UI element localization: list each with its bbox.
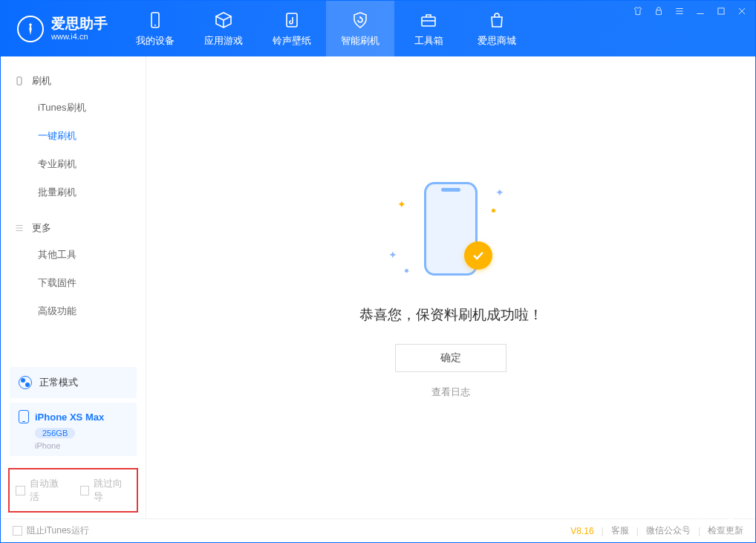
device-phone-icon [19,410,29,423]
sparkle-dot-icon [405,269,408,273]
toolbox-icon [419,10,438,30]
mode-label: 正常模式 [39,376,78,389]
nav-label: 工具箱 [414,34,443,48]
checkbox-block-itunes[interactable] [13,526,22,536]
checkmark-badge-icon [464,241,492,270]
mode-icon [19,376,32,389]
nav-tab-store[interactable]: 爱思商城 [463,1,531,56]
device-card[interactable]: iPhone XS Max 256GB iPhone [10,403,137,456]
app-subtitle: www.i4.cn [51,32,108,41]
confirm-button[interactable]: 确定 [395,344,506,372]
section-label: 更多 [32,221,51,235]
logo-icon [17,16,44,42]
device-name: iPhone XS Max [35,412,104,423]
list-icon [14,223,25,233]
sparkle-icon: ✦ [495,186,504,198]
app-name: 爱思助手 [51,16,108,32]
device-type: iPhone [35,441,128,450]
nav-tab-flash[interactable]: 智能刷机 [326,1,394,56]
checkbox-skip-guide[interactable] [80,486,90,495]
bag-icon [487,10,506,30]
sidebar-section-flash: 刷机 [1,68,146,94]
success-message: 恭喜您，保资料刷机成功啦！ [359,305,543,325]
window-controls [632,5,748,17]
sidebar-item-advanced[interactable]: 高级功能 [1,297,146,325]
music-icon [282,10,302,30]
nav-label: 爱思商城 [478,34,516,48]
wechat-link[interactable]: 微信公众号 [646,524,691,537]
svg-rect-5 [656,10,662,15]
svg-rect-3 [287,13,297,27]
sparkle-icon: ✦ [388,249,397,261]
sidebar-item-download-firmware[interactable]: 下载固件 [1,269,146,297]
cube-icon [214,10,233,30]
label-auto-activate: 自动激活 [30,477,67,504]
support-link[interactable]: 客服 [611,524,629,537]
sidebar-section-more: 更多 [1,215,146,241]
nav-label: 智能刷机 [341,34,379,48]
view-log-link[interactable]: 查看日志 [431,386,470,399]
app-logo: 爱思助手 www.i4.cn [1,1,121,56]
tshirt-icon[interactable] [632,5,644,17]
section-label: 刷机 [32,74,51,88]
maximize-button[interactable] [715,5,727,17]
sidebar-item-oneclick-flash[interactable]: 一键刷机 [1,122,146,150]
svg-point-2 [154,25,156,26]
sidebar-item-batch-flash[interactable]: 批量刷机 [1,178,146,207]
svg-point-7 [729,518,732,522]
close-button[interactable] [736,5,748,17]
label-block-itunes: 阻止iTunes运行 [27,524,89,537]
checkbox-auto-activate[interactable] [16,486,25,495]
nav-tab-ringtones[interactable]: 铃声壁纸 [258,1,326,56]
main-content: ✦ ✦ ✦ 恭喜您，保资料刷机成功啦！ 确定 查看日志 [146,56,755,518]
label-skip-guide: 跳过向导 [94,477,131,504]
version-label: V8.16 [570,526,593,536]
nav-label: 应用游戏 [204,34,243,48]
svg-rect-4 [422,17,435,26]
nav-tab-toolbox[interactable]: 工具箱 [394,1,463,56]
topbar: 爱思助手 www.i4.cn 我的设备 应用游戏 铃声壁纸 智能刷机 [1,1,755,56]
shield-refresh-icon [351,10,370,30]
nav-label: 铃声壁纸 [273,34,311,48]
sparkle-icon: ✦ [397,198,406,210]
menu-icon[interactable] [674,5,685,17]
phone-icon [146,10,165,30]
lock-icon[interactable] [653,5,665,17]
app-window: 爱思助手 www.i4.cn 我的设备 应用游戏 铃声壁纸 智能刷机 [0,0,756,543]
sidebar-item-itunes-flash[interactable]: iTunes刷机 [1,94,146,122]
svg-rect-6 [718,8,724,14]
svg-rect-8 [17,77,22,85]
nav-tab-apps[interactable]: 应用游戏 [189,1,258,56]
svg-point-0 [29,23,31,25]
nav-label: 我的设备 [136,34,175,48]
nav-tab-my-device[interactable]: 我的设备 [121,1,189,56]
sidebar-item-pro-flash[interactable]: 专业刷机 [1,150,146,178]
phone-outline-icon [14,76,25,86]
mode-card[interactable]: 正常模式 [10,367,137,398]
statusbar: 阻止iTunes运行 V8.16 | 客服 | 微信公众号 | 检查更新 [1,518,755,542]
sidebar: 刷机 iTunes刷机 一键刷机 专业刷机 批量刷机 更多 其他工具 下载固件 … [1,56,146,518]
sparkle-dot-icon [492,209,495,212]
minimize-button[interactable] [694,5,706,17]
body: 刷机 iTunes刷机 一键刷机 专业刷机 批量刷机 更多 其他工具 下载固件 … [1,56,755,518]
sidebar-item-other-tools[interactable]: 其他工具 [1,241,146,269]
device-storage-badge: 256GB [35,428,75,438]
bottom-options-highlight: 自动激活 跳过向导 [8,468,138,513]
success-illustration: ✦ ✦ ✦ [384,176,518,287]
